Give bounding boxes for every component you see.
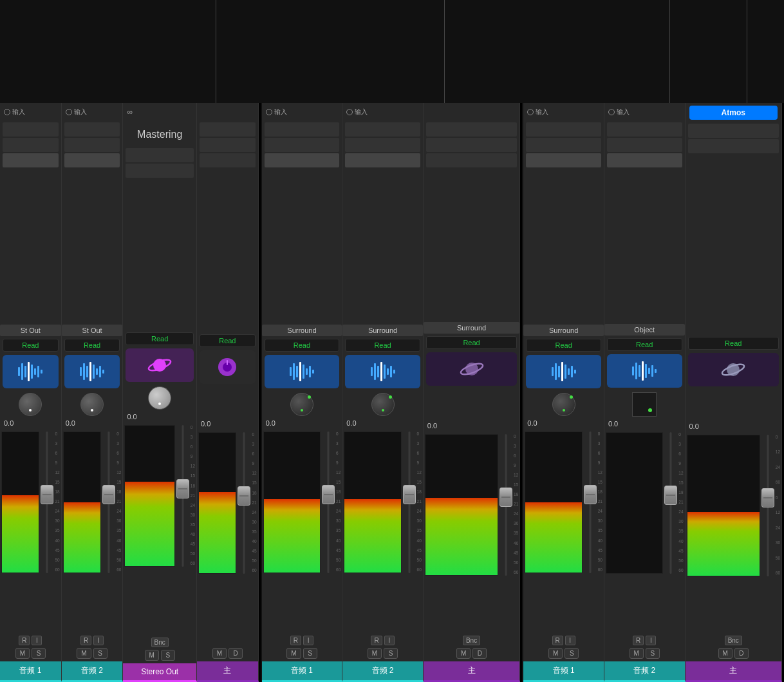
d-btn-4[interactable]: D <box>229 648 243 659</box>
i-btn-5[interactable]: I <box>303 636 313 645</box>
plugin-icon-6[interactable] <box>345 355 420 388</box>
plugin-slot[interactable] <box>200 122 256 137</box>
fader-col-8[interactable] <box>583 431 597 573</box>
s-btn-5[interactable]: S <box>303 648 317 659</box>
plugin-slot[interactable] <box>64 138 120 152</box>
automation-btn-7[interactable]: Read <box>426 336 518 349</box>
fader-col-4[interactable] <box>237 432 251 574</box>
m-btn-7[interactable]: M <box>456 648 471 659</box>
plugin-icon-3[interactable] <box>126 348 194 382</box>
plugin-slot[interactable] <box>345 153 420 167</box>
plugin-slot[interactable] <box>200 138 256 152</box>
plugin-slot[interactable] <box>607 153 682 167</box>
r-btn-1[interactable]: R <box>19 636 30 645</box>
bnc-btn-3[interactable]: Bnc <box>151 638 169 647</box>
plugin-slot[interactable] <box>200 153 256 167</box>
automation-btn-3[interactable]: Read <box>126 332 194 345</box>
plugin-slot[interactable] <box>3 153 59 167</box>
m-btn-10[interactable]: M <box>718 648 733 659</box>
bnc-btn-7[interactable]: Bnc <box>463 636 480 645</box>
plugin-slot[interactable] <box>688 139 779 153</box>
knob-3[interactable] <box>148 386 171 410</box>
plugin-slot[interactable] <box>426 138 518 152</box>
plugin-slot[interactable] <box>526 122 601 137</box>
fader-handle-6[interactable] <box>403 485 416 504</box>
automation-btn-4[interactable]: Read <box>200 334 256 347</box>
plugin-icon-1[interactable] <box>3 355 59 388</box>
automation-btn-9[interactable]: Read <box>607 338 682 351</box>
r-btn-2[interactable]: R <box>80 636 91 645</box>
r-btn-5[interactable]: R <box>290 636 301 645</box>
d-btn-10[interactable]: D <box>734 648 749 659</box>
m-btn-4[interactable]: M <box>212 648 227 659</box>
fader-col-1[interactable] <box>40 431 54 573</box>
plugin-slot[interactable] <box>607 138 682 152</box>
fader-col-10[interactable] <box>761 435 775 576</box>
fader-handle-1[interactable] <box>41 485 53 504</box>
fader-col-9[interactable] <box>664 432 678 574</box>
plugin-slot[interactable] <box>265 153 340 167</box>
plugin-slot[interactable] <box>607 122 682 137</box>
knob-6[interactable] <box>371 393 395 416</box>
fader-handle-7[interactable] <box>499 488 512 507</box>
fader-handle-2[interactable] <box>102 485 115 504</box>
knob-8[interactable] <box>552 393 575 416</box>
bnc-btn-10[interactable]: Bnc <box>725 636 742 645</box>
fader-handle-3[interactable] <box>176 479 189 498</box>
d-btn-7[interactable]: D <box>472 648 487 659</box>
plugin-slot[interactable] <box>526 138 601 152</box>
plugin-slot[interactable] <box>3 138 59 152</box>
fader-handle-5[interactable] <box>322 485 335 504</box>
atmos-button[interactable]: Atmos <box>689 106 778 120</box>
i-btn-9[interactable]: I <box>646 636 656 645</box>
plugin-icon-7[interactable] <box>426 352 518 386</box>
knob-pad-9[interactable] <box>632 392 657 417</box>
knob-2[interactable] <box>80 393 104 416</box>
fader-col-2[interactable] <box>102 431 116 573</box>
plugin-slot[interactable] <box>265 122 340 137</box>
fader-handle-10[interactable] <box>761 488 774 507</box>
automation-btn-6[interactable]: Read <box>345 339 420 352</box>
plugin-icon-8[interactable] <box>526 355 601 388</box>
fader-col-5[interactable] <box>321 431 335 573</box>
plugin-slot[interactable] <box>688 124 779 138</box>
plugin-slot[interactable] <box>345 122 420 137</box>
plugin-icon-5[interactable] <box>265 355 340 388</box>
m-btn-9[interactable]: M <box>630 648 644 659</box>
knob-5[interactable] <box>290 393 313 416</box>
plugin-slot[interactable] <box>126 164 194 178</box>
s-btn-8[interactable]: S <box>565 648 579 659</box>
plugin-slot[interactable] <box>64 122 120 137</box>
i-btn-2[interactable]: I <box>93 636 104 645</box>
knob-1[interactable] <box>19 393 42 416</box>
fader-handle-4[interactable] <box>238 486 250 506</box>
automation-btn-2[interactable]: Read <box>64 339 120 352</box>
s-btn-9[interactable]: S <box>646 648 660 659</box>
automation-btn-1[interactable]: Read <box>3 339 59 352</box>
m-btn-3[interactable]: M <box>145 650 159 661</box>
r-btn-6[interactable]: R <box>371 636 382 645</box>
plugin-slot[interactable] <box>64 153 120 167</box>
plugin-slot[interactable] <box>3 122 59 137</box>
fader-handle-9[interactable] <box>664 486 677 505</box>
i-btn-8[interactable]: I <box>565 636 575 645</box>
m-btn-8[interactable]: M <box>548 648 563 659</box>
plugin-icon-10[interactable] <box>688 353 779 386</box>
i-btn-1[interactable]: I <box>32 636 42 645</box>
r-btn-8[interactable]: R <box>552 636 563 645</box>
plugin-icon-2[interactable] <box>64 355 120 388</box>
plugin-icon-4[interactable] <box>200 350 256 384</box>
plugin-slot[interactable] <box>345 138 420 152</box>
s-btn-1[interactable]: S <box>32 648 46 659</box>
m-btn-1[interactable]: M <box>15 648 30 659</box>
i-btn-6[interactable]: I <box>384 636 395 645</box>
m-btn-2[interactable]: M <box>77 648 91 659</box>
plugin-slot[interactable] <box>426 153 518 167</box>
plugin-slot[interactable] <box>526 153 601 167</box>
plugin-slot[interactable] <box>426 122 518 137</box>
m-btn-5[interactable]: M <box>286 648 301 659</box>
m-btn-6[interactable]: M <box>368 648 382 659</box>
fader-col-6[interactable] <box>402 431 416 573</box>
fader-col-7[interactable] <box>499 434 513 576</box>
r-btn-9[interactable]: R <box>633 636 644 645</box>
